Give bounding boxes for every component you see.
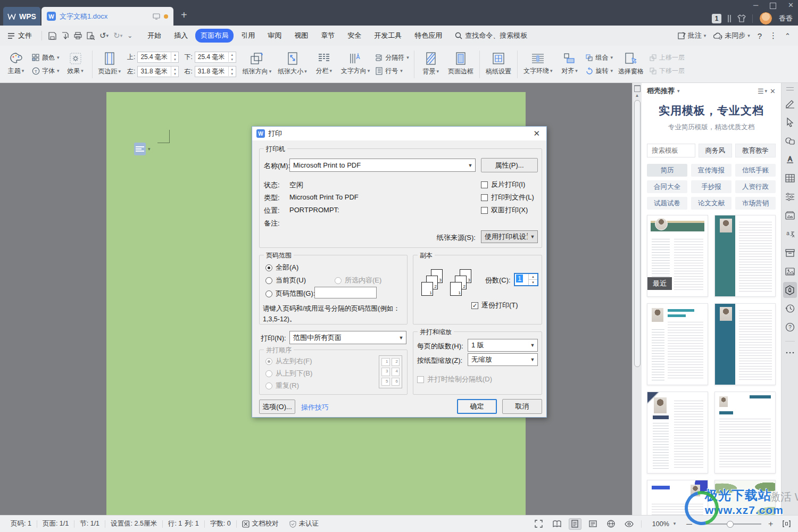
- text-direction-button[interactable]: A 文字方向▾: [338, 51, 373, 78]
- status-word-count[interactable]: 字数: 0: [205, 519, 236, 528]
- theme-effects-button[interactable]: 效果▾: [62, 51, 89, 78]
- tab-section[interactable]: 章节: [315, 29, 340, 43]
- draw-divider-checkbox[interactable]: 并打时绘制分隔线(D): [417, 375, 492, 384]
- panel-drag-handle[interactable]: [786, 87, 794, 90]
- comment-button[interactable]: 批注▾: [678, 31, 706, 40]
- page-border-button[interactable]: 页面边框: [445, 50, 477, 78]
- tab-dev-tools[interactable]: 开发工具: [369, 29, 407, 43]
- status-setting-value[interactable]: 设置值: 2.5厘米: [105, 519, 162, 528]
- more-commands-button[interactable]: ⌄: [127, 32, 132, 39]
- more-tools-icon[interactable]: [783, 345, 797, 361]
- new-tab-button[interactable]: +: [181, 10, 187, 20]
- more-menu-button[interactable]: ⋮: [769, 31, 777, 40]
- text-wrap-button[interactable]: 文字环绕▾: [520, 51, 556, 78]
- spin-up-icon[interactable]: ▲: [229, 52, 236, 57]
- spin-down-icon[interactable]: ▼: [229, 71, 236, 76]
- zoom-in-button[interactable]: ＋: [767, 519, 775, 529]
- command-search[interactable]: 查找命令、搜索模板: [455, 31, 527, 40]
- margin-bottom-input[interactable]: 25.4 毫米▲▼: [195, 52, 236, 63]
- file-menu-button[interactable]: 文件: [0, 31, 39, 40]
- document-scrollbar[interactable]: ▲: [632, 83, 642, 515]
- chevron-down-icon[interactable]: ▾: [677, 89, 680, 94]
- image-icon[interactable]: [783, 263, 797, 279]
- outline-view-icon[interactable]: [587, 518, 600, 530]
- category-handcopy[interactable]: 手抄报: [691, 180, 732, 193]
- print-to-file-checkbox[interactable]: 打印到文件(L): [481, 193, 534, 202]
- background-button[interactable]: 背景▾: [417, 50, 445, 78]
- order-top-bottom-radio[interactable]: 从上到下(B): [265, 369, 312, 378]
- page-margins-button[interactable]: 页边距▾: [95, 50, 124, 78]
- spin-down-icon[interactable]: ▼: [171, 71, 178, 76]
- status-page-count[interactable]: 页面: 1/1: [37, 519, 74, 528]
- tab-special-apps[interactable]: 特色应用: [409, 29, 447, 43]
- redo-button[interactable]: ↻▾: [113, 31, 122, 40]
- scale-select[interactable]: 无缩放▼: [468, 353, 538, 366]
- range-current-radio[interactable]: 当前页(U): [265, 276, 306, 285]
- theme-colors-button[interactable]: 颜色▾: [32, 53, 60, 62]
- theme-fonts-button[interactable]: T 字体▾: [32, 66, 60, 76]
- align-button[interactable]: 对齐▾: [555, 51, 583, 78]
- selection-pane-button[interactable]: 选择窗格: [615, 50, 647, 78]
- spin-up-icon[interactable]: ▲: [171, 66, 178, 71]
- read-layout-icon[interactable]: [551, 518, 563, 530]
- media-library-icon[interactable]: [783, 207, 797, 223]
- tab-security[interactable]: 安全: [342, 29, 367, 43]
- eye-protect-icon[interactable]: [623, 518, 636, 530]
- category-contracts[interactable]: 合同大全: [647, 180, 687, 193]
- panel-title[interactable]: 稻壳推荐: [647, 86, 675, 96]
- template-thumbnail[interactable]: [647, 303, 708, 385]
- web-layout-icon[interactable]: [605, 518, 618, 530]
- printer-properties-button[interactable]: 属性(P)...: [481, 158, 538, 172]
- user-name[interactable]: 香香: [779, 14, 793, 23]
- history-icon[interactable]: [783, 301, 797, 317]
- paper-size-button[interactable]: 纸张大小▾: [275, 50, 310, 78]
- columns-button[interactable]: 分栏▾: [310, 51, 338, 78]
- category-thesis[interactable]: 论文文献: [691, 197, 732, 210]
- category-poster[interactable]: 宣传海报: [691, 164, 732, 177]
- status-page-number[interactable]: 页码: 1: [5, 519, 37, 528]
- print-dialog-titlebar[interactable]: W 打印 ✕: [252, 127, 546, 140]
- document-tab[interactable]: W 文字文稿1.docx: [41, 7, 173, 26]
- docer-templates-icon[interactable]: [783, 282, 797, 298]
- template-thumbnail[interactable]: [714, 392, 776, 473]
- order-repeat-radio[interactable]: 重复(R): [265, 381, 299, 390]
- range-all-radio[interactable]: 全部(A): [265, 263, 298, 272]
- line-numbers-button[interactable]: 行号▾: [375, 66, 409, 76]
- select-cursor-icon[interactable]: [783, 114, 797, 130]
- maximize-button[interactable]: [770, 3, 776, 9]
- dialog-close-button[interactable]: ✕: [531, 129, 542, 138]
- wordart-icon[interactable]: A: [783, 152, 797, 168]
- category-exams[interactable]: 试题试卷: [647, 197, 687, 210]
- table-icon[interactable]: [783, 170, 797, 186]
- margin-top-input[interactable]: 25.4 毫米▲▼: [137, 52, 179, 63]
- spin-up-icon[interactable]: ▲: [229, 66, 236, 71]
- save-button[interactable]: [48, 32, 56, 40]
- template-thumbnail[interactable]: [647, 392, 708, 473]
- page-view-icon[interactable]: [569, 518, 581, 530]
- translate-icon[interactable]: a: [783, 226, 797, 242]
- print-button[interactable]: [74, 32, 82, 39]
- certification-status[interactable]: 未认证: [284, 519, 325, 528]
- margin-right-input[interactable]: 31.8 毫米▲▼: [195, 66, 236, 77]
- panel-close-icon[interactable]: ✕: [770, 87, 776, 95]
- sync-status-button[interactable]: 未同步▾: [713, 31, 750, 40]
- edit-pen-icon[interactable]: [783, 96, 797, 112]
- category-stationery[interactable]: 信纸手账: [735, 164, 776, 177]
- group-button[interactable]: 组合▾: [585, 53, 613, 62]
- close-button[interactable]: ✕: [788, 1, 794, 9]
- settings-sliders-icon[interactable]: [783, 189, 797, 205]
- spin-down-icon[interactable]: ▼: [529, 280, 537, 285]
- print-what-select[interactable]: 范围中所有页面▼: [289, 331, 406, 344]
- panel-list-options-icon[interactable]: ☰▾: [758, 87, 767, 95]
- order-left-right-radio[interactable]: 从左到右(F): [265, 356, 312, 366]
- tab-view[interactable]: 视图: [289, 29, 313, 43]
- paper-orientation-button[interactable]: 纸张方向▾: [239, 50, 275, 78]
- scroll-up-arrow[interactable]: ▲: [633, 93, 642, 98]
- resource-box-icon[interactable]: [783, 245, 797, 261]
- page-range-input[interactable]: [314, 287, 377, 298]
- template-thumbnail[interactable]: [714, 215, 776, 297]
- category-hr-admin[interactable]: 人资行政: [735, 180, 776, 193]
- collapse-ribbon-button[interactable]: ⌃: [785, 32, 791, 40]
- bring-forward-button[interactable]: 上移一层: [649, 53, 685, 62]
- margin-left-input[interactable]: 31.8 毫米▲▼: [137, 66, 179, 77]
